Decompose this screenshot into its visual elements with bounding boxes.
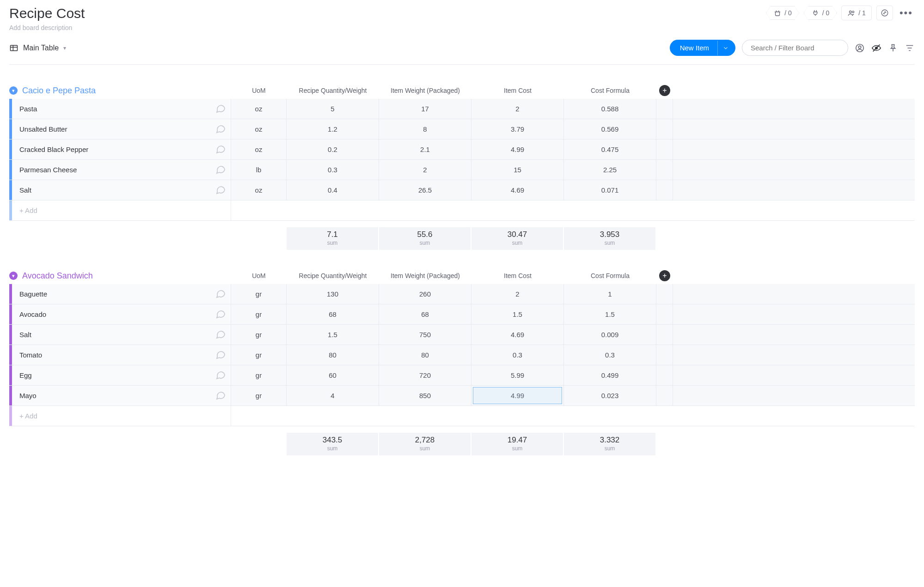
open-conversation-button[interactable] — [215, 389, 226, 402]
open-conversation-button[interactable] — [215, 123, 226, 135]
cell-pkg[interactable]: 720 — [379, 365, 471, 385]
cell-qty[interactable]: 130 — [287, 284, 379, 304]
cell-pkg[interactable]: 260 — [379, 284, 471, 304]
cell-qty[interactable]: 1.5 — [287, 325, 379, 345]
cell-formula[interactable]: 0.023 — [564, 386, 656, 405]
pin-button[interactable] — [888, 43, 898, 53]
cell-cost[interactable]: 2 — [471, 284, 564, 304]
cell-uom[interactable]: oz — [231, 119, 287, 139]
group-collapse-toggle[interactable]: ▾ — [9, 86, 18, 95]
cell-qty[interactable]: 60 — [287, 365, 379, 385]
cell-pkg[interactable]: 80 — [379, 345, 471, 365]
item-name-cell[interactable]: Tomato — [12, 345, 231, 365]
cell-uom[interactable]: lb — [231, 160, 287, 180]
cell-pkg[interactable]: 750 — [379, 325, 471, 345]
group-collapse-toggle[interactable]: ▾ — [9, 272, 18, 280]
cell-formula[interactable]: 0.009 — [564, 325, 656, 345]
column-header-pkg[interactable]: Item Weight (Packaged) — [379, 272, 471, 279]
cell-qty[interactable]: 68 — [287, 304, 379, 324]
cell-uom[interactable]: gr — [231, 386, 287, 405]
item-name-cell[interactable]: Salt — [12, 325, 231, 345]
new-item-dropdown[interactable] — [717, 41, 735, 55]
cell-formula[interactable]: 0.071 — [564, 180, 656, 200]
cell-cost[interactable]: 4.99 — [471, 386, 564, 405]
members-pill[interactable]: / 1 — [841, 6, 872, 20]
cell-pkg[interactable]: 17 — [379, 99, 471, 119]
open-conversation-button[interactable] — [215, 143, 226, 156]
cell-qty[interactable]: 5 — [287, 99, 379, 119]
cell-formula[interactable]: 0.499 — [564, 365, 656, 385]
add-column-button[interactable]: + — [659, 85, 670, 96]
cell-uom[interactable]: gr — [231, 365, 287, 385]
cell-cost[interactable]: 15 — [471, 160, 564, 180]
hide-columns-button[interactable] — [871, 43, 881, 53]
filter-button[interactable] — [905, 43, 915, 53]
open-conversation-button[interactable] — [215, 369, 226, 381]
cell-uom[interactable]: gr — [231, 325, 287, 345]
cell-formula[interactable]: 2.25 — [564, 160, 656, 180]
column-header-cost[interactable]: Item Cost — [471, 272, 564, 279]
cell-uom[interactable]: gr — [231, 304, 287, 324]
open-conversation-button[interactable] — [215, 328, 226, 341]
column-header-uom[interactable]: UoM — [231, 272, 287, 279]
cell-qty[interactable]: 4 — [287, 386, 379, 405]
item-name-cell[interactable]: Salt — [12, 180, 231, 200]
open-conversation-button[interactable] — [215, 349, 226, 361]
add-item-button[interactable]: + Add — [12, 406, 231, 426]
cell-formula[interactable]: 0.569 — [564, 119, 656, 139]
board-description-placeholder[interactable]: Add board description — [9, 24, 85, 31]
item-name-cell[interactable]: Pasta — [12, 99, 231, 119]
cell-cost[interactable]: 4.69 — [471, 180, 564, 200]
cell-qty[interactable]: 0.4 — [287, 180, 379, 200]
automations-pill[interactable]: / 0 — [766, 6, 799, 20]
search-input[interactable] — [742, 40, 848, 56]
activity-pill[interactable] — [876, 6, 893, 20]
add-item-button[interactable]: + Add — [12, 200, 231, 220]
integrations-pill[interactable]: / 0 — [804, 6, 837, 20]
open-conversation-button[interactable] — [215, 163, 226, 176]
cell-cost[interactable]: 3.79 — [471, 119, 564, 139]
cell-pkg[interactable]: 2.1 — [379, 139, 471, 159]
cell-cost[interactable]: 5.99 — [471, 365, 564, 385]
add-column-button[interactable]: + — [659, 270, 670, 281]
group-title[interactable]: Avocado Sandwich — [22, 271, 93, 281]
cell-qty[interactable]: 1.2 — [287, 119, 379, 139]
cell-uom[interactable]: gr — [231, 345, 287, 365]
cell-qty[interactable]: 0.3 — [287, 160, 379, 180]
item-name-cell[interactable]: Avocado — [12, 304, 231, 324]
board-menu-button[interactable]: ••• — [898, 7, 915, 19]
group-title[interactable]: Cacio e Pepe Pasta — [22, 86, 96, 96]
cell-formula[interactable]: 1 — [564, 284, 656, 304]
cell-formula[interactable]: 1.5 — [564, 304, 656, 324]
cell-formula[interactable]: 0.475 — [564, 139, 656, 159]
item-name-cell[interactable]: Unsalted Butter — [12, 119, 231, 139]
cell-cost[interactable]: 0.3 — [471, 345, 564, 365]
column-header-formula[interactable]: Cost Formula — [564, 272, 656, 279]
cell-uom[interactable]: gr — [231, 284, 287, 304]
cell-uom[interactable]: oz — [231, 99, 287, 119]
cell-pkg[interactable]: 8 — [379, 119, 471, 139]
new-item-button[interactable]: New Item — [670, 40, 735, 56]
board-title[interactable]: Recipe Cost — [9, 6, 85, 21]
column-header-qty[interactable]: Recipe Quantity/Weight — [287, 272, 379, 279]
item-name-cell[interactable]: Egg — [12, 365, 231, 385]
column-header-uom[interactable]: UoM — [231, 87, 287, 94]
column-header-cost[interactable]: Item Cost — [471, 87, 564, 94]
column-header-formula[interactable]: Cost Formula — [564, 87, 656, 94]
cell-uom[interactable]: oz — [231, 139, 287, 159]
open-conversation-button[interactable] — [215, 288, 226, 300]
cell-cost[interactable]: 4.99 — [471, 139, 564, 159]
cell-pkg[interactable]: 850 — [379, 386, 471, 405]
item-name-cell[interactable]: Baguette — [12, 284, 231, 304]
cell-pkg[interactable]: 68 — [379, 304, 471, 324]
item-name-cell[interactable]: Parmesan Cheese — [12, 160, 231, 180]
open-conversation-button[interactable] — [215, 103, 226, 115]
cell-pkg[interactable]: 26.5 — [379, 180, 471, 200]
cell-cost[interactable]: 2 — [471, 99, 564, 119]
person-filter-button[interactable] — [855, 43, 865, 53]
column-header-pkg[interactable]: Item Weight (Packaged) — [379, 87, 471, 94]
item-name-cell[interactable]: Cracked Black Pepper — [12, 139, 231, 159]
item-name-cell[interactable]: Mayo — [12, 386, 231, 405]
open-conversation-button[interactable] — [215, 184, 226, 196]
cell-formula[interactable]: 0.588 — [564, 99, 656, 119]
